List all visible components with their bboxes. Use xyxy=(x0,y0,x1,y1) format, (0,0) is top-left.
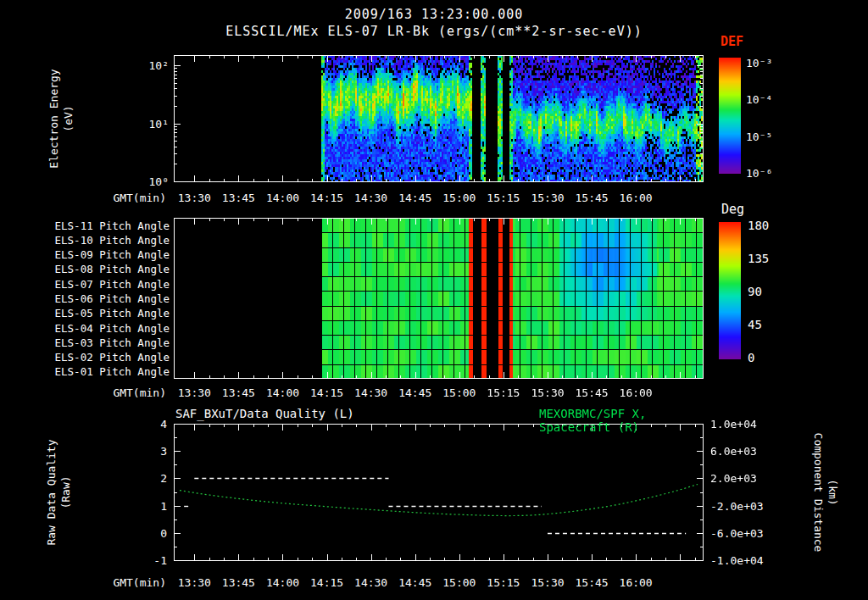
time-tick-label: 15:45 xyxy=(575,192,608,204)
time-tick-label: 15:30 xyxy=(531,192,564,204)
energy-tick-label: 10¹ xyxy=(149,117,169,130)
distance-y-axis-title: (km) Component Distance xyxy=(811,433,840,553)
quality-y-axis-title-line2: (Raw) xyxy=(58,439,73,545)
bottom-panel-left-title: SAF_BXuT/Data Quality (L) xyxy=(175,407,354,420)
electron-energy-spectrogram xyxy=(174,55,704,182)
energy-tick-label: 10⁰ xyxy=(149,175,169,188)
time-tick-label: 16:00 xyxy=(620,192,653,204)
time-tick-label: 13:45 xyxy=(222,192,255,204)
pitch-row-label: ELS-01 Pitch Angle xyxy=(55,365,170,378)
quality-tick-label: 2 xyxy=(160,472,167,485)
quality-y-axis-title: Raw Data Quality (Raw) xyxy=(44,439,73,545)
time-tick-label: 16:00 xyxy=(620,576,653,589)
pitch-angle-heatmap xyxy=(174,218,704,379)
deg-colorbar-tick-label: 90 xyxy=(748,285,762,298)
spectrogram-y-axis-title: Electron Energy (eV) xyxy=(47,69,75,168)
time-tick-label: 14:15 xyxy=(310,192,343,204)
time-tick-label: 14:00 xyxy=(266,192,299,204)
energy-tick-label: 10² xyxy=(149,59,169,72)
def-colorbar xyxy=(719,58,741,174)
time-tick-label: 13:30 xyxy=(178,192,211,204)
time-tick-label: 14:30 xyxy=(354,386,387,399)
time-tick-label: 13:30 xyxy=(178,576,211,589)
quality-y-axis-title-line1: Raw Data Quality xyxy=(44,439,58,545)
time-tick-label: 15:15 xyxy=(487,386,520,399)
time-tick-label: 14:00 xyxy=(266,386,299,399)
time-tick-label: 14:15 xyxy=(310,386,343,399)
time-tick-label: 15:00 xyxy=(442,192,476,204)
time-axis-title: GMT(min) xyxy=(113,192,166,204)
pitch-row-label: ELS-02 Pitch Angle xyxy=(55,351,170,364)
pitch-row-label: ELS-04 Pitch Angle xyxy=(55,321,170,334)
time-tick-label: 15:00 xyxy=(442,576,476,589)
pitch-row-label: ELS-10 Pitch Angle xyxy=(55,233,170,246)
time-tick-label: 13:45 xyxy=(222,386,255,399)
deg-colorbar-title: Deg xyxy=(721,202,744,217)
time-tick-label: 16:00 xyxy=(620,386,653,399)
deg-colorbar-tick-label: 45 xyxy=(748,318,762,331)
distance-y-axis-title-line1: Component Distance xyxy=(811,433,826,553)
quality-tick-label: -1 xyxy=(153,554,167,567)
def-colorbar-title: DEF xyxy=(721,34,743,49)
distance-tick-label: 1.0e+04 xyxy=(710,418,757,431)
deg-colorbar-tick-label: 135 xyxy=(748,252,769,265)
time-axis-title: GMT(min) xyxy=(113,576,166,589)
quality-tick-label: 1 xyxy=(160,499,167,512)
bottom-panel-right-title: MEXORBMC/SPF X, Spacecraft (R) xyxy=(539,407,704,434)
quality-tick-label: 3 xyxy=(160,445,167,458)
quality-tick-label: 4 xyxy=(160,418,167,431)
distance-tick-label: 6.0e+03 xyxy=(710,445,757,458)
time-axis-title: GMT(min) xyxy=(113,386,166,399)
deg-colorbar-tick-label: 0 xyxy=(748,351,754,364)
pitch-row-label: ELS-07 Pitch Angle xyxy=(55,277,170,290)
science-plot-page: 2009/163 13:23:00.000 ELSSCIL/MEx ELS-07… xyxy=(0,0,868,600)
pitch-row-label: ELS-09 Pitch Angle xyxy=(55,248,170,261)
time-tick-label: 14:45 xyxy=(398,192,431,204)
pitch-row-label: ELS-03 Pitch Angle xyxy=(55,336,170,348)
time-tick-label: 15:30 xyxy=(531,386,564,399)
deg-colorbar-tick-label: 180 xyxy=(748,219,769,232)
distance-y-axis-title-line2: (km) xyxy=(826,433,840,553)
time-tick-label: 15:45 xyxy=(575,576,608,589)
time-tick-label: 15:00 xyxy=(442,386,476,399)
def-colorbar-tick-label: 10⁻⁴ xyxy=(746,93,772,106)
pitch-row-label: ELS-11 Pitch Angle xyxy=(55,219,170,231)
quality-tick-label: 0 xyxy=(160,526,167,539)
distance-tick-label: -2.0e+03 xyxy=(710,499,764,512)
time-tick-label: 15:45 xyxy=(575,386,608,399)
time-tick-label: 15:15 xyxy=(487,576,520,589)
time-tick-label: 13:30 xyxy=(178,386,211,399)
spectrogram-y-axis-title-line1: Electron Energy xyxy=(47,69,61,168)
time-tick-label: 13:45 xyxy=(222,576,255,589)
spectrogram-y-axis-title-line2: (eV) xyxy=(61,69,75,168)
distance-tick-label: -6.0e+03 xyxy=(710,526,764,539)
distance-tick-label: -1.0e+04 xyxy=(710,554,764,567)
pitch-row-label: ELS-06 Pitch Angle xyxy=(55,292,170,305)
def-colorbar-tick-label: 10⁻⁶ xyxy=(746,167,772,180)
time-tick-label: 14:45 xyxy=(398,386,431,399)
def-colorbar-tick-label: 10⁻⁵ xyxy=(746,130,772,142)
deg-colorbar xyxy=(719,222,741,359)
time-tick-label: 14:30 xyxy=(354,192,387,204)
def-colorbar-tick-label: 10⁻³ xyxy=(746,57,772,69)
quality-distance-plot xyxy=(174,424,704,561)
distance-tick-label: 2.0e+03 xyxy=(710,472,757,485)
pitch-row-label: ELS-08 Pitch Angle xyxy=(55,263,170,275)
time-tick-label: 14:00 xyxy=(266,576,299,589)
time-tick-label: 15:15 xyxy=(487,192,520,204)
time-tick-label: 14:15 xyxy=(310,576,343,589)
time-tick-label: 15:30 xyxy=(531,576,564,589)
time-tick-label: 14:45 xyxy=(398,576,431,589)
time-tick-label: 14:30 xyxy=(354,576,387,589)
plot-timestamp: 2009/163 13:23:00.000 xyxy=(0,7,868,22)
pitch-row-label: ELS-05 Pitch Angle xyxy=(55,307,170,319)
